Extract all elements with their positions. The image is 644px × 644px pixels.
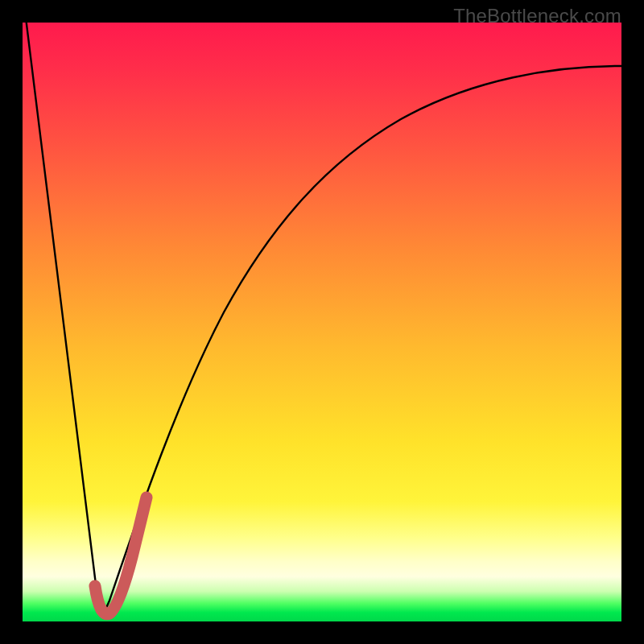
plot-area [23, 23, 621, 621]
curve-layer [23, 23, 621, 621]
chart-frame: TheBottleneck.com [0, 0, 644, 644]
bottleneck-curve [26, 23, 621, 615]
highlight-region [95, 497, 147, 614]
watermark-text: TheBottleneck.com [453, 5, 621, 27]
